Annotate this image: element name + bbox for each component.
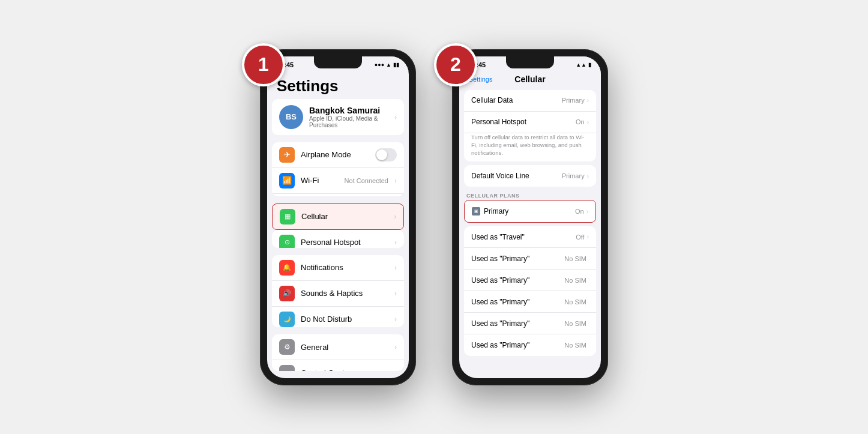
travel-row[interactable]: Used as "Travel" Off › bbox=[464, 226, 596, 248]
used-primary-row-5[interactable]: Used as "Primary" No SIM bbox=[464, 334, 596, 356]
wifi-chevron: › bbox=[394, 176, 397, 185]
sounds-icon: 🔊 bbox=[279, 286, 295, 301]
used-primary-value-5: No SIM bbox=[564, 342, 586, 349]
control-center-row[interactable]: ⊞ Control Center › bbox=[272, 360, 404, 370]
step1-badge: 1 bbox=[242, 43, 285, 86]
signal-icon-2: ▲▲ bbox=[576, 62, 586, 68]
dnd-icon: 🌙 bbox=[279, 312, 295, 327]
notifications-row[interactable]: 🔔 Notifications › bbox=[272, 255, 404, 281]
cellular-content: Cellular Data Primary › Personal Hotspot… bbox=[459, 86, 601, 378]
cellular-nav-title: Cellular bbox=[514, 74, 545, 84]
wifi-row[interactable]: 📶 Wi-Fi Not Connected › bbox=[272, 168, 404, 194]
phone2-screen: 12:45 ▲▲ ▮ ‹ Settings Cellular bbox=[459, 56, 601, 378]
airplane-mode-row[interactable]: ✈ Airplane Mode bbox=[272, 142, 404, 168]
hotspot-label: Personal Hotspot bbox=[301, 238, 388, 247]
profile-chevron: › bbox=[394, 113, 397, 121]
cellular-data-value: Primary bbox=[562, 97, 585, 104]
profile-name: Bangkok Samurai bbox=[309, 106, 388, 115]
step2-badge: 2 bbox=[434, 43, 477, 86]
used-primary-label-3: Used as "Primary" bbox=[471, 298, 564, 306]
toggle-thumb bbox=[376, 149, 387, 160]
sim-icon: ▣ bbox=[472, 207, 480, 215]
personal-hotspot-chevron: › bbox=[587, 119, 589, 125]
used-primary-value-3: No SIM bbox=[564, 298, 586, 306]
used-primary-row-3[interactable]: Used as "Primary" No SIM bbox=[464, 291, 596, 313]
used-primary-value-4: No SIM bbox=[564, 320, 586, 327]
phone2: 12:45 ▲▲ ▮ ‹ Settings Cellular bbox=[452, 49, 608, 385]
notifications-label: Notifications bbox=[301, 263, 388, 272]
settings-screen: Settings BS Bangkok Samurai Apple ID, iC… bbox=[267, 71, 409, 378]
default-voice-label: Default Voice Line bbox=[471, 172, 562, 180]
step1-container: 1 12:45 ●●● ▲ ▮▮ Settings BS Bangkok Sam bbox=[260, 49, 416, 385]
cellular-label: Cellular bbox=[301, 212, 388, 221]
used-primary-label-5: Used as "Primary" bbox=[471, 341, 564, 349]
wifi-label: Wi-Fi bbox=[301, 176, 339, 185]
bluetooth-row[interactable]: ✦ Bluetooth On › bbox=[272, 194, 404, 196]
default-voice-row[interactable]: Default Voice Line Primary › bbox=[464, 165, 596, 187]
general-chevron: › bbox=[394, 343, 397, 351]
personal-hotspot-value: On bbox=[576, 118, 585, 125]
primary-highlighted-wrapper[interactable]: ▣ Primary On › bbox=[464, 200, 596, 223]
profile-subtitle: Apple ID, iCloud, Media & Purchases bbox=[309, 115, 388, 128]
hotspot-chevron: › bbox=[394, 238, 397, 247]
used-primary-label-2: Used as "Primary" bbox=[471, 276, 564, 285]
cellular-row[interactable]: ▦ Cellular › bbox=[273, 204, 403, 229]
used-primary-label-4: Used as "Primary" bbox=[471, 319, 564, 328]
cellular-data-row[interactable]: Cellular Data Primary › bbox=[464, 90, 596, 112]
notifications-chevron: › bbox=[394, 264, 397, 272]
phone1: 12:45 ●●● ▲ ▮▮ Settings BS Bangkok Samur… bbox=[260, 49, 416, 385]
general-icon: ⚙ bbox=[279, 339, 295, 355]
profile-row[interactable]: BS Bangkok Samurai Apple ID, iCloud, Med… bbox=[272, 99, 404, 135]
cellular-data-label: Cellular Data bbox=[471, 96, 562, 104]
primary-label: Primary bbox=[484, 207, 575, 215]
airplane-toggle[interactable] bbox=[375, 148, 397, 161]
control-center-icon: ⊞ bbox=[279, 365, 295, 370]
hotspot-row[interactable]: ⊙ Personal Hotspot › bbox=[272, 230, 404, 248]
primary-value: On bbox=[575, 208, 584, 215]
primary-row[interactable]: ▣ Primary On › bbox=[465, 200, 595, 222]
travel-label: Used as "Travel" bbox=[471, 233, 576, 241]
used-primary-label-1: Used as "Primary" bbox=[471, 255, 564, 263]
hotspot-icon: ⊙ bbox=[279, 235, 295, 248]
profile-info: Bangkok Samurai Apple ID, iCloud, Media … bbox=[309, 106, 388, 128]
cellular-highlighted-wrapper[interactable]: ▦ Cellular › bbox=[272, 203, 404, 230]
wifi-icon-setting: 📶 bbox=[279, 173, 295, 188]
wifi-icon: ▲ bbox=[386, 62, 391, 68]
used-primary-row-2[interactable]: Used as "Primary" No SIM bbox=[464, 270, 596, 291]
airplane-label: Airplane Mode bbox=[301, 150, 369, 159]
personal-hotspot-row[interactable]: Personal Hotspot On › bbox=[464, 112, 596, 133]
cellular-icon: ▦ bbox=[280, 209, 295, 225]
used-primary-row-1[interactable]: Used as "Primary" No SIM bbox=[464, 248, 596, 270]
hotspot-group: ⊙ Personal Hotspot › bbox=[272, 230, 404, 248]
step2-container: 2 12:45 ▲▲ ▮ ‹ Settings Cellular bbox=[452, 49, 608, 385]
notch2 bbox=[506, 56, 554, 68]
cellular-chevron: › bbox=[394, 212, 396, 221]
additional-rows-group: Used as "Travel" Off › Used as "Primary"… bbox=[464, 226, 596, 356]
control-center-label: Control Center bbox=[301, 369, 388, 371]
settings-title: Settings bbox=[267, 71, 409, 99]
default-voice-value: Primary bbox=[562, 172, 585, 179]
cellular-plans-header: CELLULAR PLANS bbox=[459, 190, 601, 200]
general-label: General bbox=[301, 343, 388, 352]
default-voice-chevron: › bbox=[587, 173, 589, 179]
sounds-label: Sounds & Haptics bbox=[301, 289, 388, 298]
used-primary-value-2: No SIM bbox=[564, 277, 586, 284]
general-row[interactable]: ⚙ General › bbox=[272, 334, 404, 360]
control-center-chevron: › bbox=[394, 369, 397, 370]
notch1 bbox=[314, 56, 362, 68]
battery-icon-2: ▮ bbox=[588, 62, 591, 68]
dnd-chevron: › bbox=[394, 315, 397, 324]
sounds-chevron: › bbox=[394, 289, 397, 298]
sounds-row[interactable]: 🔊 Sounds & Haptics › bbox=[272, 281, 404, 307]
cellular-data-chevron: › bbox=[587, 97, 589, 104]
airplane-icon: ✈ bbox=[279, 147, 295, 163]
dnd-row[interactable]: 🌙 Do Not Disturb › bbox=[272, 307, 404, 328]
avatar: BS bbox=[279, 105, 303, 129]
personal-hotspot-label: Personal Hotspot bbox=[471, 118, 576, 126]
used-primary-row-4[interactable]: Used as "Primary" No SIM bbox=[464, 313, 596, 334]
phone1-screen: 12:45 ●●● ▲ ▮▮ Settings BS Bangkok Samur… bbox=[267, 56, 409, 378]
general-group: ⚙ General › ⊞ Control Center › bbox=[272, 334, 404, 370]
used-primary-value-1: No SIM bbox=[564, 255, 586, 262]
signal-icon: ●●● bbox=[375, 62, 384, 68]
notifications-group: 🔔 Notifications › 🔊 Sounds & Haptics › 🌙… bbox=[272, 255, 404, 328]
